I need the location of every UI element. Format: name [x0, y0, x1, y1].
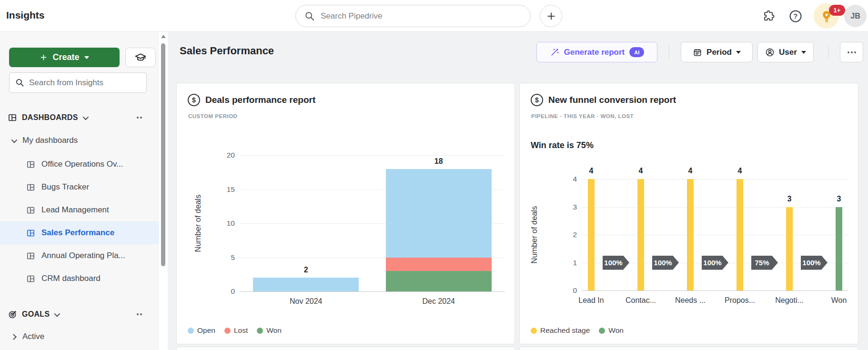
- create-button-label: Create: [52, 52, 79, 62]
- conversion-badge: 100%: [652, 256, 679, 270]
- funnel-bar[interactable]: [836, 207, 842, 291]
- report-title: Deals performance report: [205, 95, 315, 105]
- goals-more-icon[interactable]: [137, 313, 142, 315]
- gridline: [582, 207, 848, 208]
- bar-value-label: 2: [292, 266, 320, 274]
- legend-item: Open: [188, 326, 215, 335]
- y-tick-label: 20: [218, 151, 235, 160]
- bar-segment-won[interactable]: [386, 271, 492, 291]
- chart-legend: OpenLostWon: [188, 326, 282, 335]
- divider: [828, 46, 829, 59]
- legend-label: Open: [197, 326, 215, 335]
- funnel-bar[interactable]: [588, 179, 595, 290]
- generate-report-label: Generate report: [564, 48, 625, 57]
- funnel-conversion-chart: 012344Lead In4Contac...4Needs ...4Propos…: [582, 179, 848, 290]
- create-button[interactable]: Create: [9, 48, 120, 67]
- dashboard-grid-icon: [8, 113, 17, 122]
- avatar[interactable]: JB: [844, 5, 867, 27]
- main-content: Sales Performance Generate report AI Per…: [168, 32, 868, 350]
- y-tick-label: 10: [218, 219, 235, 228]
- learn-button[interactable]: [125, 48, 156, 67]
- ai-badge: AI: [629, 47, 644, 57]
- top-bar: Insights ? 1+ JB: [0, 0, 868, 32]
- generate-report-button[interactable]: Generate report AI: [536, 42, 657, 62]
- dashboards-more-icon[interactable]: [137, 117, 142, 119]
- target-icon: [8, 310, 17, 319]
- funnel-bar[interactable]: [637, 179, 644, 290]
- bar-segment-lost[interactable]: [386, 258, 492, 271]
- quick-add-button[interactable]: [540, 5, 562, 27]
- conversion-badge: 75%: [751, 256, 778, 270]
- funnel-bar[interactable]: [737, 179, 743, 290]
- user-icon: [765, 48, 775, 57]
- chevron-down-icon: [84, 56, 89, 59]
- legend-dot: [257, 328, 263, 334]
- legend-dot: [531, 328, 537, 334]
- x-tick-label: Won: [813, 296, 865, 305]
- legend-dot: [599, 328, 605, 334]
- deals-performance-chart: 051015202Nov 202418Dec 2024: [240, 155, 505, 291]
- report-title-row[interactable]: $ New funnel conversion report: [531, 94, 676, 106]
- sidebar-item-office-operations[interactable]: Office Operations Ov...: [0, 153, 159, 176]
- sidebar-item-active-goals[interactable]: Active: [0, 329, 159, 345]
- chevron-down-icon: [82, 114, 89, 120]
- svg-text:?: ?: [794, 12, 798, 20]
- sidebar-item-lead-management[interactable]: Lead Management: [0, 199, 159, 221]
- global-search-input[interactable]: [321, 11, 511, 21]
- y-tick-label: 2: [560, 230, 577, 239]
- y-tick-label: 0: [560, 286, 577, 295]
- funnel-bar[interactable]: [786, 207, 793, 291]
- legend-label: Won: [608, 326, 624, 335]
- user-filter-button[interactable]: User: [757, 42, 814, 62]
- chevron-down-icon: [11, 137, 18, 143]
- report-subtitle: PIPELINE · THIS YEAR · WON, LOST: [531, 113, 634, 119]
- sidebar-item-label: Annual Operating Pla...: [41, 251, 125, 260]
- scrollbar-thumb[interactable]: [161, 43, 165, 266]
- report-title: New funnel conversion report: [548, 95, 676, 105]
- bar-segment-open[interactable]: [386, 169, 492, 258]
- bar-value-label: 4: [626, 167, 655, 175]
- magic-wand-icon: [550, 48, 559, 57]
- gridline: [582, 179, 848, 180]
- x-tick-label: Propos...: [714, 296, 766, 305]
- sidebar-item-annual-operating-plan[interactable]: Annual Operating Pla...: [0, 244, 159, 267]
- bar-value-label: 18: [424, 157, 453, 166]
- conversion-badge: 100%: [702, 256, 728, 270]
- sidebar-item-crm-dashboard[interactable]: CRM dashboard: [0, 267, 159, 290]
- legend-label: Won: [266, 326, 282, 335]
- report-title-row[interactable]: $ Deals performance report: [188, 94, 315, 106]
- insights-search[interactable]: [9, 72, 147, 93]
- my-dashboards-group[interactable]: My dashboards: [0, 132, 159, 149]
- insights-search-input[interactable]: [29, 78, 134, 88]
- notification-badge: 1+: [829, 5, 845, 16]
- dashboards-section-header[interactable]: DASHBOARDS: [0, 110, 159, 125]
- goals-section-header[interactable]: GOALS: [0, 307, 159, 322]
- x-tick-label: Nov 2024: [280, 297, 332, 306]
- bar-value-label: 3: [775, 195, 804, 203]
- gridline: [240, 155, 505, 156]
- sidebar-item-bugs-tracker[interactable]: Bugs Tracker: [0, 176, 159, 199]
- sidebar-item-sales-performance[interactable]: Sales Performance: [0, 221, 159, 244]
- bar-segment-open[interactable]: [253, 278, 359, 291]
- marketplace-icon[interactable]: [761, 9, 777, 24]
- period-filter-label: Period: [707, 48, 732, 57]
- win-rate-headline: Win rate is 75%: [531, 140, 594, 150]
- calendar-icon: [693, 48, 702, 57]
- dashboard-more-button[interactable]: [840, 42, 863, 62]
- global-search[interactable]: [295, 5, 531, 27]
- sidebar: Create DASHBOARDS My dashboards Office: [0, 32, 159, 350]
- search-icon: [304, 11, 315, 21]
- x-tick-label: Dec 2024: [413, 297, 465, 306]
- legend-label: Reached stage: [540, 326, 590, 335]
- y-tick-label: 5: [218, 253, 235, 262]
- funnel-bar[interactable]: [687, 179, 694, 290]
- page-title: Sales Performance: [180, 45, 274, 57]
- sidebar-scrollbar[interactable]: [159, 32, 168, 350]
- more-icon: [848, 51, 856, 53]
- sidebar-item-label: Bugs Tracker: [41, 182, 89, 192]
- scroll-up-arrow[interactable]: [161, 35, 166, 38]
- period-filter-button[interactable]: Period: [681, 42, 753, 62]
- bar-value-label: 4: [726, 167, 754, 175]
- help-icon[interactable]: ?: [788, 9, 803, 24]
- deal-value-icon: $: [188, 94, 200, 106]
